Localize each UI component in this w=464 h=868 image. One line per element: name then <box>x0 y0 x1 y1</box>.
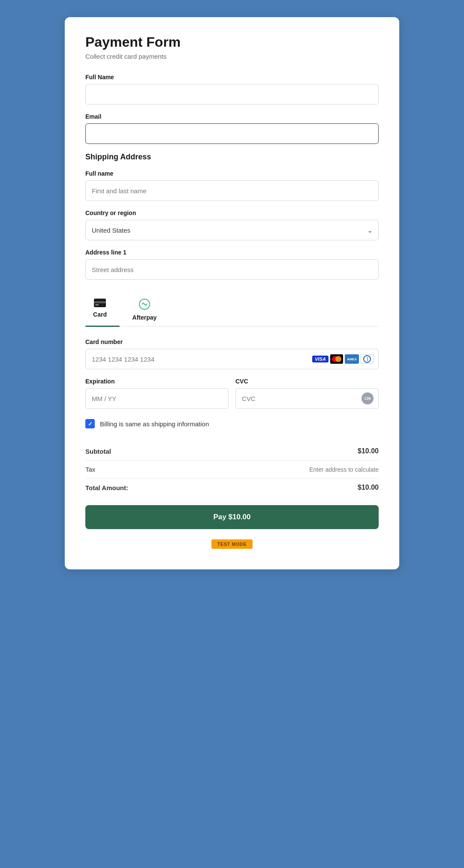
diners-outer <box>363 355 371 363</box>
shipping-name-group: Full name <box>85 170 379 201</box>
tax-label: Tax <box>85 466 95 473</box>
credit-card-icon <box>94 299 106 309</box>
shipping-name-label: Full name <box>85 170 379 177</box>
tab-afterpay[interactable]: Afterpay <box>130 295 164 326</box>
country-select[interactable]: United States Canada United Kingdom Aust… <box>85 220 379 240</box>
cvc-label: CVC <box>235 378 379 385</box>
full-name-label: Full Name <box>85 74 379 81</box>
expiry-cvc-row: Expiration CVC 135 <box>85 378 379 409</box>
visa-logo: VISA <box>312 356 328 362</box>
country-label: Country or region <box>85 210 379 216</box>
card-number-wrapper: VISA AMEX <box>85 349 379 369</box>
pay-button[interactable]: Pay $10.00 <box>85 505 379 529</box>
country-select-wrapper: United States Canada United Kingdom Aust… <box>85 220 379 240</box>
tab-afterpay-label: Afterpay <box>133 314 157 321</box>
svg-rect-2 <box>95 304 99 305</box>
billing-checkbox-row[interactable]: ✓ Billing is same as shipping informatio… <box>85 419 379 428</box>
mastercard-logo <box>330 354 343 364</box>
subtotal-label: Subtotal <box>85 448 111 455</box>
address-label: Address line 1 <box>85 249 379 256</box>
billing-same-checkbox[interactable]: ✓ <box>85 419 95 428</box>
afterpay-icon <box>139 299 150 312</box>
checkmark-icon: ✓ <box>88 421 93 427</box>
payment-form-card: Payment Form Collect credit card payment… <box>65 17 399 569</box>
shipping-section-title: Shipping Address <box>85 153 379 162</box>
card-logos: VISA AMEX <box>312 354 374 364</box>
shipping-name-input[interactable] <box>85 180 379 201</box>
tax-value: Enter address to calculate <box>309 466 379 473</box>
payment-tabs-container: Card Afterpay <box>85 295 379 326</box>
subtotal-row: Subtotal $10.00 <box>85 442 379 461</box>
tab-card-label: Card <box>93 311 107 318</box>
address-input[interactable] <box>85 259 379 280</box>
cvc-group: CVC 135 <box>235 378 379 409</box>
svg-rect-1 <box>94 301 106 303</box>
expiration-input[interactable] <box>85 388 229 409</box>
test-mode-badge: TEST MODE <box>85 539 379 549</box>
tax-row: Tax Enter address to calculate <box>85 461 379 479</box>
diners-divider <box>367 357 368 361</box>
amex-logo: AMEX <box>345 354 359 364</box>
total-label: Total Amount: <box>85 484 128 491</box>
tabs-row: Card Afterpay <box>85 295 379 326</box>
full-name-input[interactable] <box>85 84 379 105</box>
page-subtitle: Collect credit card payments <box>85 53 379 60</box>
cvc-input[interactable] <box>235 388 379 409</box>
total-value: $10.00 <box>358 484 379 491</box>
address-group: Address line 1 <box>85 249 379 280</box>
country-group: Country or region United States Canada U… <box>85 210 379 240</box>
expiration-group: Expiration <box>85 378 229 409</box>
email-group: Email <box>85 113 379 144</box>
subtotal-value: $10.00 <box>358 447 379 455</box>
cvc-badge: 135 <box>362 392 374 404</box>
billing-checkbox-label: Billing is same as shipping information <box>100 420 209 428</box>
order-summary: Subtotal $10.00 Tax Enter address to cal… <box>85 442 379 497</box>
total-row: Total Amount: $10.00 <box>85 479 379 497</box>
diners-logo <box>361 354 374 364</box>
tab-card[interactable]: Card <box>85 295 120 326</box>
email-label: Email <box>85 113 379 120</box>
expiration-label: Expiration <box>85 378 229 385</box>
cvc-wrapper: 135 <box>235 388 379 409</box>
page-title: Payment Form <box>85 34 379 50</box>
mc-circle-right <box>335 356 341 362</box>
test-mode-label: TEST MODE <box>211 539 253 549</box>
card-number-group: Card number VISA AMEX <box>85 338 379 369</box>
email-input[interactable] <box>85 123 379 144</box>
card-number-label: Card number <box>85 338 379 345</box>
full-name-group: Full Name <box>85 74 379 105</box>
